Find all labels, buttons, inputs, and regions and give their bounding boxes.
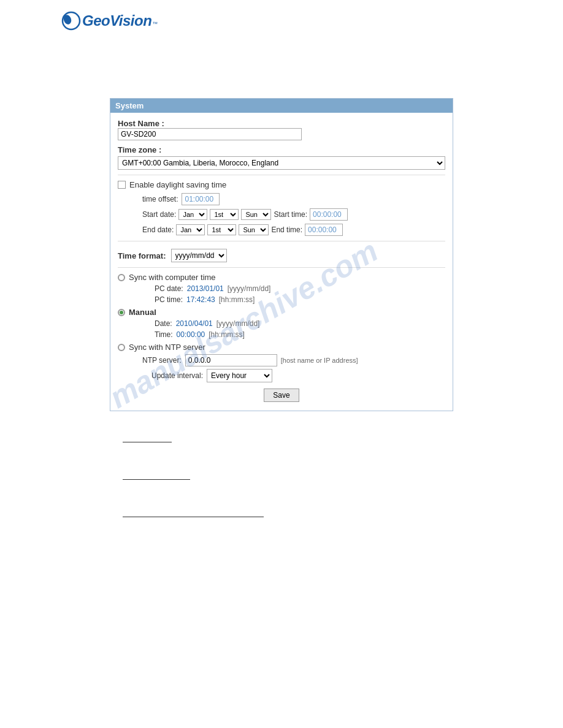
sync-computer-section: Sync with computer time PC date: 2013/01… <box>118 273 445 304</box>
sync-computer-radio[interactable] <box>118 274 125 281</box>
pc-time-label: PC time: <box>155 295 183 304</box>
pc-time-value: 17:42:43 <box>186 295 215 304</box>
time-zone-label: Time zone : <box>118 145 445 154</box>
manual-date-value: 2010/04/01 <box>176 319 213 328</box>
time-zone-row: Time zone : GMT+00:00 Gambia, Liberia, M… <box>118 145 445 170</box>
manual-date-label: Date: <box>155 319 172 328</box>
sync-ntp-label: Sync with NTP server <box>129 343 205 352</box>
start-dow-select[interactable]: SunMonTueWed ThuFriSat <box>241 209 271 220</box>
manual-section: Manual Date: 2010/04/01 [yyyy/mm/dd] Tim… <box>118 308 445 339</box>
ntp-server-label: NTP server: <box>142 356 182 365</box>
panel-title: System <box>115 101 144 110</box>
system-panel: System Host Name : Time zone : GMT+00:00… <box>110 98 453 411</box>
logo-text: GeoVision <box>82 12 151 29</box>
sync-ntp-section: Sync with NTP server NTP server: [host n… <box>118 343 445 382</box>
sync-computer-label: Sync with computer time <box>129 273 216 282</box>
panel-header: System <box>110 99 453 113</box>
daylight-checkbox[interactable] <box>118 181 126 189</box>
host-name-input[interactable] <box>118 128 302 140</box>
bottom-lines <box>61 442 502 517</box>
bottom-line-2 <box>123 479 190 480</box>
ntp-server-input[interactable] <box>185 354 277 366</box>
manual-date-row: Date: 2010/04/01 [yyyy/mm/dd] <box>118 319 445 328</box>
pc-time-hint: [hh:mm:ss] <box>219 295 255 304</box>
manual-time-hint: [hh:mm:ss] <box>209 330 245 339</box>
host-name-row: Host Name : <box>118 119 445 140</box>
end-month-select[interactable]: JanFebMarApr MayJunJulAug SepOctNovDec <box>176 224 205 235</box>
time-offset-label: time offset: <box>142 195 178 203</box>
pc-date-row: PC date: 2013/01/01 [yyyy/mm/dd] <box>118 284 445 293</box>
save-row: Save <box>118 389 445 402</box>
time-format-label: Time format: <box>118 251 166 260</box>
start-month-select[interactable]: JanFebMarApr MayJunJulAug SepOctNovDec <box>178 209 207 220</box>
ntp-server-hint: [host name or IP address] <box>281 357 358 364</box>
manual-time-row: Time: 00:00:00 [hh:mm:ss] <box>118 330 445 339</box>
end-time-label: End time: <box>271 226 302 234</box>
time-offset-row: time offset: <box>118 193 445 205</box>
save-button[interactable]: Save <box>264 389 299 402</box>
manual-label: Manual <box>129 308 156 317</box>
pc-time-row: PC time: 17:42:43 [hh:mm:ss] <box>118 295 445 304</box>
start-time-label: Start time: <box>274 210 307 219</box>
update-interval-select[interactable]: Every hour Every 6 hours Every 12 hours … <box>207 369 272 382</box>
time-zone-select[interactable]: GMT+00:00 Gambia, Liberia, Morocco, Engl… <box>118 156 445 170</box>
host-name-label: Host Name : <box>118 119 164 128</box>
pc-date-hint: [yyyy/mm/dd] <box>228 284 271 293</box>
end-date-label: End date: <box>142 226 174 234</box>
bottom-line-3 <box>123 517 264 517</box>
manual-time-label: Time: <box>155 330 173 339</box>
time-offset-input[interactable] <box>182 193 220 205</box>
start-day-select[interactable]: 1st2nd3rd4thLast <box>210 209 239 220</box>
end-dow-select[interactable]: SunMonTueWed ThuFriSat <box>239 224 269 235</box>
start-date-row: Start date: JanFebMarApr MayJunJulAug Se… <box>118 208 445 221</box>
end-date-row: End date: JanFebMarApr MayJunJulAug SepO… <box>118 224 445 236</box>
logo-area: GeoVision ™ <box>0 0 563 37</box>
ntp-server-row: NTP server: [host name or IP address] <box>118 354 445 366</box>
sync-ntp-radio[interactable] <box>118 344 125 351</box>
bottom-line-1 <box>123 442 172 442</box>
end-day-select[interactable]: 1st2nd3rd4thLast <box>207 224 236 235</box>
manual-time-value: 00:00:00 <box>177 330 205 339</box>
logo-tm: ™ <box>152 21 158 27</box>
logo-icon <box>61 11 81 31</box>
manual-date-hint: [yyyy/mm/dd] <box>216 319 260 328</box>
end-time-input[interactable] <box>305 224 343 236</box>
time-format-row: Time format: yyyy/mm/dd mm/dd/yyyy dd/mm… <box>118 246 445 262</box>
svg-point-2 <box>64 15 68 19</box>
update-interval-row: Update interval: Every hour Every 6 hour… <box>118 369 445 382</box>
update-interval-label: Update interval: <box>151 371 203 380</box>
pc-date-value: 2013/01/01 <box>187 284 224 293</box>
manual-radio[interactable] <box>118 309 125 316</box>
daylight-label: Enable daylight saving time <box>129 180 226 189</box>
start-time-input[interactable] <box>310 208 348 221</box>
start-date-label: Start date: <box>142 210 176 219</box>
daylight-section: Enable daylight saving time time offset:… <box>118 180 445 236</box>
time-format-select[interactable]: yyyy/mm/dd mm/dd/yyyy dd/mm/yyyy <box>171 249 227 262</box>
pc-date-label: PC date: <box>155 284 183 293</box>
